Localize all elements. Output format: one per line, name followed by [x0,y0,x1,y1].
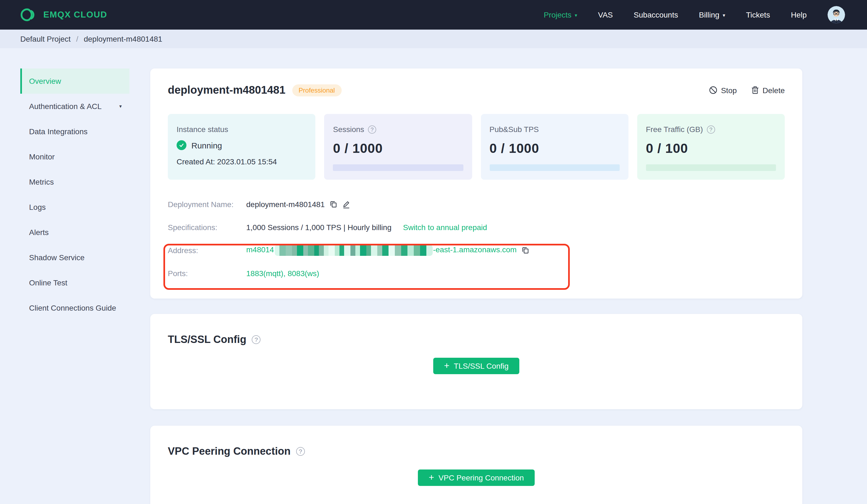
plus-icon: + [429,472,434,482]
nav-item-subaccounts[interactable]: Subaccounts [634,10,678,19]
sidebar-item-metrics[interactable]: Metrics [20,169,129,195]
emqx-logo-icon [20,7,37,23]
sessions-help-icon[interactable]: ? [368,125,376,133]
trash-icon [751,86,759,94]
traffic-value: 0 / 100 [646,141,776,156]
delete-button[interactable]: Delete [751,86,785,95]
nav-item-help[interactable]: Help [791,10,807,19]
add-vpc-peering-button[interactable]: + VPC Peering Connection [418,470,535,486]
tls-help-icon[interactable]: ? [252,335,260,344]
top-nav: EMQX CLOUD Projects ▾ VAS Subaccounts Bi… [0,0,867,30]
tps-progress-bar [490,164,620,171]
sessions-card: Sessions ? 0 / 1000 [324,114,472,180]
sidebar-item-shadow-service[interactable]: Shadow Service [20,245,129,270]
breadcrumb: Default Project / deployment-m4801481 [0,30,867,48]
user-avatar[interactable] [827,6,845,24]
nav-item-tickets[interactable]: Tickets [746,10,770,19]
specifications-value: 1,000 Sessions / 1,000 TPS | Hourly bill… [246,223,392,232]
sidebar: Overview Authentication & ACL ▾ Data Int… [20,68,129,320]
redaction-mosaic [275,245,432,256]
deployment-details: Deployment Name: deployment-m4801481 [168,193,785,285]
check-circle-icon [176,140,186,150]
copy-icon[interactable] [330,200,337,208]
ports-value: 1883(mqtt), 8083(ws) [246,269,319,278]
add-tls-ssl-button[interactable]: + TLS/SSL Config [433,358,520,374]
nav-item-vas[interactable]: VAS [598,10,613,19]
instance-status-card: Instance status Running Created At: 2023… [168,114,315,180]
sidebar-item-overview[interactable]: Overview [20,68,129,94]
chevron-down-icon: ▾ [119,103,122,109]
pubsub-tps-card: Pub&Sub TPS 0 / 1000 [481,114,629,180]
page: EMQX CLOUD Projects ▾ VAS Subaccounts Bi… [0,0,867,504]
deployment-name-value: deployment-m4801481 [246,200,325,209]
sidebar-item-data-integrations[interactable]: Data Integrations [20,119,129,144]
plus-icon: + [444,361,449,370]
stats-row: Instance status Running Created At: 2023… [168,114,785,180]
vpc-peering-title: VPC Peering Connection [168,445,291,458]
traffic-help-icon[interactable]: ? [707,125,715,133]
status-text: Running [191,141,222,150]
deployment-title: deployment-m4801481 [168,84,286,96]
sidebar-item-logs[interactable]: Logs [20,195,129,220]
address-value: m48014-east-1.amazonaws.com [246,245,516,256]
breadcrumb-project[interactable]: Default Project [20,34,71,43]
created-at: Created At: 2023.01.05 15:54 [176,157,307,166]
main-content: deployment-m4801481 Professional Stop [150,68,802,504]
sidebar-item-monitor[interactable]: Monitor [20,144,129,169]
chevron-down-icon: ▾ [723,13,725,18]
nav-item-billing[interactable]: Billing ▾ [699,10,725,19]
tls-ssl-title: TLS/SSL Config [168,333,246,346]
stop-button[interactable]: Stop [709,86,737,95]
nav-item-projects[interactable]: Projects ▾ [544,10,577,19]
address-row: Address: m48014-east-1.amazonaws.com [168,239,785,262]
brand-name: EMQX CLOUD [43,10,107,20]
sidebar-item-online-test[interactable]: Online Test [20,270,129,295]
plan-badge: Professional [292,84,341,96]
tps-value: 0 / 1000 [490,141,620,156]
switch-annual-prepaid-link[interactable]: Switch to annual prepaid [403,223,487,232]
nav-menu: Projects ▾ VAS Subaccounts Billing ▾ Tic… [544,6,845,24]
stop-icon [709,86,717,94]
sessions-value: 0 / 1000 [333,141,463,156]
copy-icon[interactable] [522,246,529,254]
sidebar-item-client-connections-guide[interactable]: Client Connections Guide [20,295,129,320]
instance-status: Running [176,140,307,150]
vpc-peering-section: VPC Peering Connection ? + VPC Peering C… [150,426,802,504]
chevron-down-icon: ▾ [575,13,577,18]
specifications-row: Specifications: 1,000 Sessions / 1,000 T… [168,216,785,239]
vpc-help-icon[interactable]: ? [296,447,305,456]
free-traffic-card: Free Traffic (GB) ? 0 / 100 [637,114,785,180]
ports-row: Ports: 1883(mqtt), 8083(ws) [168,262,785,285]
tls-ssl-section: TLS/SSL Config ? + TLS/SSL Config [150,314,802,409]
deployment-overview-card: deployment-m4801481 Professional Stop [150,68,802,298]
sidebar-item-authentication-acl[interactable]: Authentication & ACL ▾ [20,94,129,119]
brand[interactable]: EMQX CLOUD [20,7,107,23]
traffic-progress-bar [646,164,776,171]
sidebar-item-alerts[interactable]: Alerts [20,220,129,245]
breadcrumb-separator: / [76,34,78,43]
avatar-icon [827,6,845,24]
sessions-progress-bar [333,164,463,171]
breadcrumb-page: deployment-m4801481 [84,34,162,43]
deployment-name-row: Deployment Name: deployment-m4801481 [168,193,785,216]
edit-icon[interactable] [342,200,351,208]
